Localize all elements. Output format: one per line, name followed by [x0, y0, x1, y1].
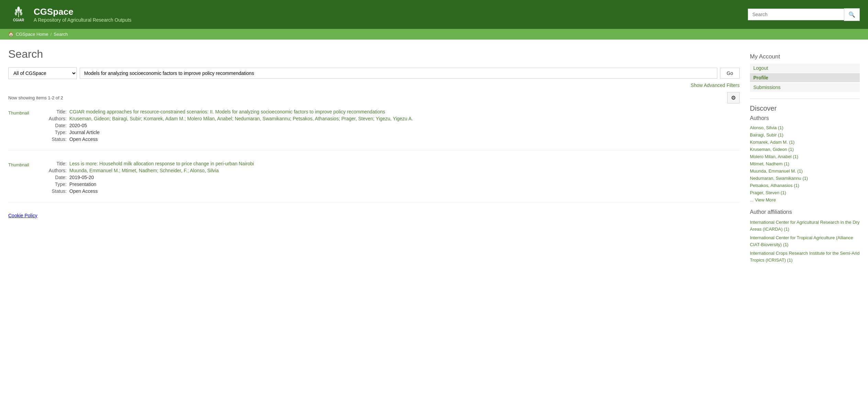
breadcrumb-home-link[interactable]: CGSpace Home [16, 32, 48, 37]
authors-label-1: Authors: [46, 116, 67, 121]
result-status-row-1: Status: Open Access [46, 136, 740, 142]
table-row: Thumbnail Title: Less is more: Household… [8, 161, 740, 202]
result-status-1: Open Access [69, 136, 98, 142]
sidebar-item-logout[interactable]: Logout [750, 64, 860, 73]
author-item-2[interactable]: Komarek, Adam M. (1) [750, 139, 860, 146]
breadcrumb: 🏠 CGSpace Home / Search [0, 29, 868, 40]
result-authors-row-2: Authors: Muunda, Emmanuel M.; Mtimet, Na… [46, 168, 740, 173]
result-authors-2[interactable]: Muunda, Emmanuel M.; Mtimet, Nadhem; Sch… [69, 168, 219, 173]
result-type-1: Journal Article [69, 130, 100, 135]
brand-text: CGSpace A Repository of Agricultural Res… [34, 7, 132, 23]
result-authors-row-1: Authors: Kruseman, Gideon; Bairagi, Subi… [46, 116, 740, 121]
author-item-0[interactable]: Alonso, Silvia (1) [750, 124, 860, 131]
header-search-form: 🔍 [748, 8, 860, 21]
page-title: Search [8, 48, 740, 60]
result-type-row-1: Type: Journal Article [46, 130, 740, 135]
go-button[interactable]: Go [720, 68, 740, 79]
result-authors-1[interactable]: Kruseman, Gideon; Bairagi, Subir; Komare… [69, 116, 413, 121]
settings-button[interactable]: ⚙ [727, 92, 740, 103]
brand-name: CGSpace [34, 7, 132, 17]
sidebar: My Account Logout Profile Submissions Di… [750, 48, 860, 270]
advanced-filters-link: Show Advanced Filters [8, 82, 740, 88]
author-item-8[interactable]: Petsakos, Athanasios (1) [750, 182, 860, 189]
header-search-button[interactable]: 🔍 [844, 8, 860, 21]
author-item-3[interactable]: Kruseman, Gideon (1) [750, 146, 860, 153]
header-search-input[interactable] [748, 9, 844, 20]
affiliation-item-1[interactable]: International Center for Tropical Agricu… [750, 233, 860, 249]
type-label-2: Type: [46, 182, 67, 187]
result-date-1: 2020-05 [69, 123, 87, 128]
author-item-6[interactable]: Muunda, Emmanuel M. (1) [750, 167, 860, 175]
content-area: Search All of CGSpaceThis CommunityThis … [8, 48, 740, 270]
search-query-input[interactable] [80, 68, 717, 79]
result-title-row-2: Title: Less is more: Household milk allo… [46, 161, 740, 166]
svg-point-3 [17, 7, 20, 11]
result-status-2: Open Access [69, 188, 98, 194]
discover-title: Discover [750, 99, 860, 112]
view-more-authors-link[interactable]: ... View More [750, 196, 860, 204]
cookie-policy: Cookie Policy [8, 213, 740, 218]
table-row: Thumbnail Title: CGIAR modeling approach… [8, 109, 740, 151]
discover-authors-section: Authors Alonso, Silvia (1) Bairagi, Subi… [750, 115, 860, 204]
brand: CGIAR CGSpace A Repository of Agricultur… [8, 4, 132, 25]
search-form: All of CGSpaceThis CommunityThis Collect… [8, 67, 740, 79]
status-label-2: Status: [46, 188, 67, 194]
results-count: Now showing items 1-2 of 2 [8, 95, 63, 100]
discover-affiliations-section: Author affiliations International Center… [750, 209, 860, 264]
result-details-1: Title: CGIAR modeling approaches for res… [46, 109, 740, 143]
date-label-1: Date: [46, 123, 67, 128]
thumbnail-1: Thumbnail [8, 109, 39, 143]
affiliation-item-2[interactable]: International Crops Research Institute f… [750, 249, 860, 264]
result-type-row-2: Type: Presentation [46, 182, 740, 187]
author-item-7[interactable]: Nedumaran, Swamikannu (1) [750, 175, 860, 182]
result-date-row-2: Date: 2019-05-20 [46, 175, 740, 180]
result-title-row-1: Title: CGIAR modeling approaches for res… [46, 109, 740, 114]
type-label-1: Type: [46, 130, 67, 135]
result-type-2: Presentation [69, 182, 96, 187]
author-item-4[interactable]: Molero Milan, Anabel (1) [750, 153, 860, 160]
author-item-1[interactable]: Bairagi, Subir (1) [750, 131, 860, 139]
show-advanced-filters-link[interactable]: Show Advanced Filters [691, 82, 740, 88]
result-status-row-2: Status: Open Access [46, 188, 740, 194]
home-icon: 🏠 [8, 32, 14, 37]
brand-subtitle: A Repository of Agricultural Research Ou… [34, 17, 132, 23]
breadcrumb-separator: / [50, 32, 52, 37]
date-label-2: Date: [46, 175, 67, 180]
result-date-2: 2019-05-20 [69, 175, 94, 180]
search-icon: 🔍 [848, 12, 855, 18]
search-scope-select[interactable]: All of CGSpaceThis CommunityThis Collect… [8, 67, 77, 79]
author-item-9[interactable]: Prager, Steven (1) [750, 189, 860, 196]
results-list: Thumbnail Title: CGIAR modeling approach… [8, 109, 740, 202]
svg-text:CGIAR: CGIAR [13, 18, 24, 22]
result-details-2: Title: Less is more: Household milk allo… [46, 161, 740, 195]
sidebar-item-profile[interactable]: Profile [750, 73, 860, 82]
my-account-title: My Account [750, 53, 860, 60]
sidebar-item-submissions[interactable]: Submissions [750, 83, 860, 92]
authors-label-2: Authors: [46, 168, 67, 173]
affiliations-section-title: Author affiliations [750, 209, 860, 215]
result-title-link-1[interactable]: CGIAR modeling approaches for resource-c… [69, 109, 385, 114]
cookie-policy-link[interactable]: Cookie Policy [8, 213, 37, 218]
main-container: Search All of CGSpaceThis CommunityThis … [0, 40, 868, 278]
header: CGIAR CGSpace A Repository of Agricultur… [0, 0, 868, 29]
breadcrumb-current: Search [54, 32, 68, 37]
title-label-2: Title: [46, 161, 67, 166]
authors-section-title: Authors [750, 115, 860, 121]
status-label-1: Status: [46, 136, 67, 142]
cgiar-logo: CGIAR [8, 4, 29, 25]
thumbnail-2: Thumbnail [8, 161, 39, 195]
affiliation-item-0[interactable]: International Center for Agricultural Re… [750, 218, 860, 233]
result-date-row-1: Date: 2020-05 [46, 123, 740, 128]
title-label-1: Title: [46, 109, 67, 114]
result-title-link-2[interactable]: Less is more: Household milk allocation … [69, 161, 254, 166]
results-info: Now showing items 1-2 of 2 ⚙ [8, 92, 740, 103]
author-item-5[interactable]: Mtimet, Nadhem (1) [750, 160, 860, 167]
